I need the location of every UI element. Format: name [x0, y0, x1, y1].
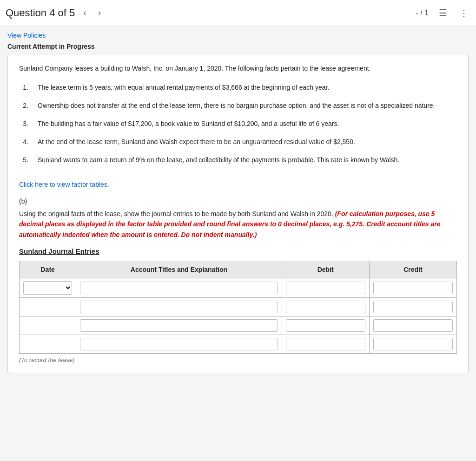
account-cell-1: [76, 278, 282, 298]
account-cell-2: [76, 298, 282, 316]
fact-text-3: The building has a fair value of $17,200…: [38, 119, 457, 129]
header: Question 4 of 5 ‹ › - / 1 ☰ ⋮: [0, 0, 476, 26]
instruction-prefix: Using the original facts of the lease, s…: [19, 210, 333, 217]
debit-cell-1: [282, 278, 369, 298]
list-item: 1. The lease term is 5 years, with equal…: [19, 83, 457, 92]
debit-cell-3: [282, 316, 369, 335]
question-intro: Sunland Company leases a building to Wal…: [19, 64, 457, 73]
facts-list: 1. The lease term is 5 years, with equal…: [19, 83, 457, 165]
question-card: Sunland Company leases a building to Wal…: [7, 54, 469, 373]
list-icon: ☰: [439, 8, 447, 18]
table-header-row: Date Account Titles and Explanation Debi…: [20, 261, 457, 278]
view-policies-link[interactable]: View Policies: [7, 32, 46, 39]
fact-text-1: The lease term is 5 years, with equal an…: [38, 83, 457, 92]
date-select-1[interactable]: Jan. 1 Dec. 31: [23, 281, 72, 295]
fact-num-5: 5.: [19, 155, 28, 165]
date-cell-2: [20, 298, 76, 316]
page-indicator: - / 1: [416, 9, 429, 17]
fact-num-3: 3.: [19, 119, 28, 129]
more-icon: ⋮: [459, 8, 469, 18]
credit-input-4[interactable]: [373, 338, 453, 350]
account-input-4[interactable]: [80, 338, 278, 350]
date-cell-1: Jan. 1 Dec. 31: [20, 278, 76, 298]
debit-input-3[interactable]: [286, 319, 365, 332]
journal-table: Date Account Titles and Explanation Debi…: [19, 261, 457, 354]
part-label: (b): [19, 198, 457, 205]
account-input-2[interactable]: [80, 301, 278, 313]
date-cell-3: [20, 316, 76, 335]
question-title: Question 4 of 5: [6, 7, 75, 19]
credit-cell-4: [369, 335, 456, 354]
credit-cell-1: [369, 278, 456, 298]
prev-button[interactable]: ‹: [79, 6, 90, 20]
list-item: 5. Sunland wants to earn a return of 9% …: [19, 155, 457, 165]
list-icon-button[interactable]: ☰: [437, 6, 449, 20]
col-header-debit: Debit: [282, 261, 369, 278]
list-item: 2. Ownership does not transfer at the en…: [19, 101, 457, 111]
fact-text-4: At the end of the lease term, Sunland an…: [38, 137, 457, 147]
content-area: View Policies Current Attempt in Progres…: [0, 26, 476, 379]
fact-text-5: Sunland wants to earn a return of 9% on …: [38, 155, 457, 165]
account-cell-4: [76, 335, 282, 354]
credit-input-2[interactable]: [373, 301, 453, 313]
fact-num-2: 2.: [19, 101, 28, 111]
debit-cell-4: [282, 335, 369, 354]
journal-title: Sunland Journal Entries: [19, 247, 457, 255]
debit-input-1[interactable]: [286, 282, 365, 294]
col-header-credit: Credit: [369, 261, 456, 278]
account-cell-3: [76, 316, 282, 335]
list-item: 4. At the end of the lease term, Sunland…: [19, 137, 457, 147]
table-row: Jan. 1 Dec. 31: [20, 278, 457, 298]
table-row: [20, 298, 457, 316]
attempt-label: Current Attempt in Progress: [7, 43, 469, 50]
fact-num-1: 1.: [19, 83, 28, 92]
list-item: 3. The building has a fair value of $17,…: [19, 119, 457, 129]
debit-input-2[interactable]: [286, 301, 365, 313]
credit-cell-2: [369, 298, 456, 316]
factor-tables-link[interactable]: Click here to view factor tables.: [19, 181, 109, 188]
credit-input-1[interactable]: [373, 282, 453, 294]
more-options-button[interactable]: ⋮: [457, 6, 470, 20]
col-header-account: Account Titles and Explanation: [76, 261, 282, 278]
instruction-text: Using the original facts of the lease, s…: [19, 209, 457, 240]
fact-num-4: 4.: [19, 137, 28, 147]
table-row: [20, 335, 457, 354]
bottom-note: (To record the lease): [19, 356, 457, 363]
next-button[interactable]: ›: [94, 6, 105, 20]
debit-cell-2: [282, 298, 369, 316]
credit-input-3[interactable]: [373, 319, 453, 332]
account-input-3[interactable]: [80, 319, 278, 332]
account-input-1[interactable]: [80, 282, 278, 294]
fact-text-2: Ownership does not transfer at the end o…: [38, 101, 457, 111]
col-header-date: Date: [20, 261, 76, 278]
date-cell-4: [20, 335, 76, 354]
header-right: - / 1 ☰ ⋮: [416, 6, 470, 20]
table-row: [20, 316, 457, 335]
debit-input-4[interactable]: [286, 338, 365, 350]
credit-cell-3: [369, 316, 456, 335]
header-left: Question 4 of 5 ‹ ›: [6, 6, 105, 20]
